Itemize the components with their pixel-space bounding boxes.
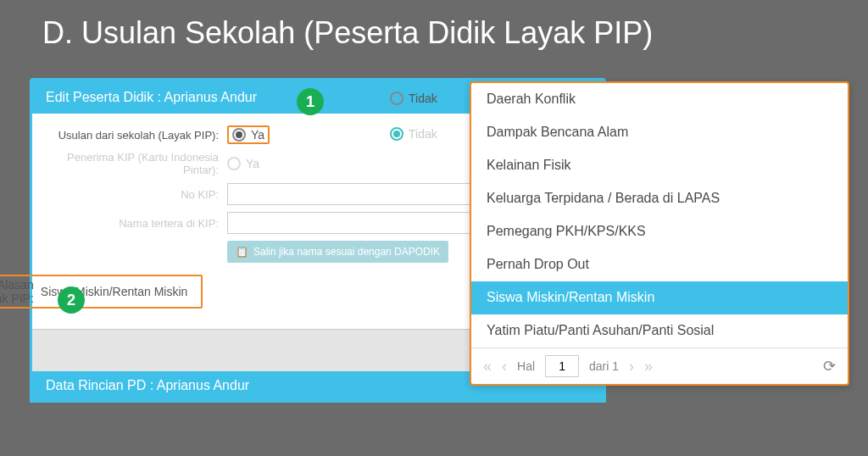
nama-kip-label: Nama tertera di KIP: <box>49 217 227 230</box>
dropdown-item[interactable]: Keluarga Terpidana / Berada di LAPAS <box>471 182 848 215</box>
dropdown-list: Daerah KonflikDampak Bencana AlamKelaina… <box>471 83 848 348</box>
no-kip-label: No KIP: <box>49 188 227 201</box>
radio-tidak-label: Tidak <box>409 92 437 105</box>
radio-ya-label: Ya <box>251 128 264 142</box>
penerima-label: Penerima KIP (Kartu Indonesia Pintar): <box>49 151 227 176</box>
pager-hal-label: Hal <box>517 359 535 373</box>
radio-tidak[interactable] <box>390 92 403 105</box>
panel-header-title: Edit Peserta Didik : Aprianus Andur <box>46 90 257 105</box>
highlight-ya: Ya <box>227 125 270 144</box>
refresh-icon[interactable]: ⟳ <box>823 357 836 375</box>
dropdown-item[interactable]: Siswa Miskin/Rentan Miskin <box>471 281 848 314</box>
alasan-label: Alasan layak PIP: <box>0 278 34 305</box>
pager-first-icon[interactable]: « <box>483 358 492 375</box>
radio-penerima-ya <box>227 157 241 170</box>
dropdown-item[interactable]: Kelainan Fisik <box>471 149 848 182</box>
dropdown-item[interactable]: Daerah Konflik <box>471 83 848 116</box>
pager-next-icon[interactable]: › <box>629 358 634 375</box>
pager-dari-label: dari 1 <box>589 359 619 373</box>
usulan-label: Usulan dari sekolah (Layak PIP): <box>49 129 227 142</box>
copy-icon: 📋 <box>236 246 248 258</box>
pager-prev-icon[interactable]: ‹ <box>502 358 507 375</box>
dropdown-item[interactable]: Dampak Bencana Alam <box>471 116 848 149</box>
highlight-alasan: Alasan layak PIP: <box>0 275 203 309</box>
radio-penerima-ya-label: Ya <box>246 157 259 170</box>
dropdown-pager: « ‹ Hal dari 1 › » ⟳ <box>471 348 848 384</box>
dropdown-item[interactable]: Pemegang PKH/KPS/KKS <box>471 215 848 248</box>
radio-penerima-tidak <box>390 127 403 141</box>
dropdown-item[interactable]: Pernah Drop Out <box>471 248 848 281</box>
step-badge-1: 1 <box>297 88 324 115</box>
copy-button-label: Salin jika nama sesuai dengan DAPODIK <box>253 246 440 258</box>
dropdown-item[interactable]: Yatim Piatu/Panti Asuhan/Panti Sosial <box>471 314 848 348</box>
step-badge-2: 2 <box>58 286 85 314</box>
page-title: D. Usulan Sekolah (Peserta Didik Layak P… <box>0 0 868 63</box>
radio-penerima-tidak-label: Tidak <box>409 127 437 141</box>
copy-name-button[interactable]: 📋 Salin jika nama sesuai dengan DAPODIK <box>227 241 448 263</box>
radio-ya[interactable] <box>232 128 246 142</box>
pager-last-icon[interactable]: » <box>644 358 653 375</box>
alasan-dropdown: Daerah KonflikDampak Bencana AlamKelaina… <box>470 81 849 386</box>
pager-page-input[interactable] <box>545 355 579 377</box>
